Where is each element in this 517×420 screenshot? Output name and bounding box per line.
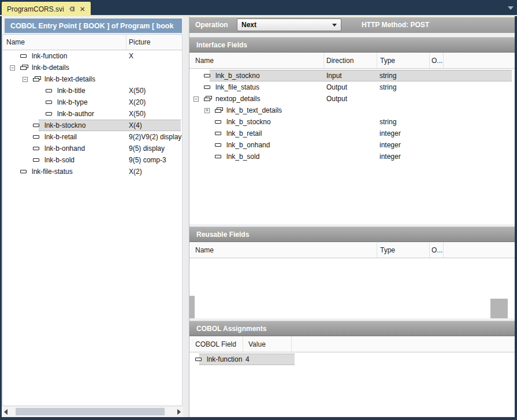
expand-toggle-icon[interactable]: − bbox=[10, 65, 15, 70]
tree-item-label: lnk_b_stockno bbox=[226, 118, 271, 126]
close-icon[interactable]: ✕ bbox=[80, 6, 85, 13]
group-field-icon bbox=[214, 107, 224, 114]
http-method-label: HTTP Method: POST bbox=[362, 21, 429, 29]
column-header-type[interactable]: Type bbox=[377, 242, 430, 258]
cell-type: string bbox=[377, 118, 430, 126]
group-field-icon bbox=[32, 76, 42, 83]
tree-cell-name: lnk-function bbox=[8, 52, 127, 60]
tree-row[interactable]: lnk-b-sold 9(5) comp-3 bbox=[3, 154, 182, 166]
tree-cell-name: lnk-b-author bbox=[8, 110, 127, 118]
cell-direction: Output bbox=[324, 95, 377, 103]
tree-item-label: lnk-function bbox=[207, 355, 242, 363]
tree-row[interactable]: − nextop_details Output bbox=[189, 93, 515, 105]
scrollbar-thumb[interactable] bbox=[16, 408, 165, 415]
horizontal-scrollbar[interactable] bbox=[2, 407, 183, 417]
tree-row[interactable]: lnk_b_onhand integer bbox=[189, 139, 515, 151]
column-header-filler bbox=[444, 242, 515, 258]
tree-row[interactable]: lnk-function X bbox=[3, 50, 182, 62]
tree-row[interactable]: lnk-b-title X(50) bbox=[3, 85, 182, 96]
column-header-occurs[interactable]: O... bbox=[430, 53, 444, 68]
tree-item-label: lnk-file-status bbox=[32, 168, 73, 176]
tree-row[interactable]: lnk-b-type X(20) bbox=[3, 96, 182, 108]
field-icon bbox=[20, 169, 29, 175]
cell-picture: 9(5) comp-3 bbox=[127, 156, 182, 164]
tree-row[interactable]: + lnk_b_text_details bbox=[189, 105, 515, 116]
tab-title: ProgramCORS.svi bbox=[7, 5, 64, 13]
panel-title: COBOL Entry Point [ BOOK ] of Program [ … bbox=[5, 18, 182, 33]
tree-row[interactable]: lnk-file-status X(2) bbox=[3, 166, 182, 177]
tree-row[interactable]: lnk_b_retail integer bbox=[189, 128, 515, 139]
tree-cell-name: lnk_b_sold bbox=[191, 153, 324, 161]
tree-row[interactable]: lnk-b-onhand 9(5) display bbox=[3, 143, 182, 154]
operation-bar: Operation Next HTTP Method: POST bbox=[189, 17, 515, 33]
field-icon bbox=[32, 146, 42, 152]
scroll-left-icon[interactable] bbox=[4, 409, 8, 415]
column-header-picture[interactable]: Picture bbox=[127, 35, 182, 50]
scrollbar-stub bbox=[189, 296, 195, 318]
tree-item-label: lnk_b_retail bbox=[226, 129, 262, 137]
column-header-cobol-field[interactable]: COBOL Field bbox=[189, 336, 243, 352]
column-header-name[interactable]: Name bbox=[189, 242, 377, 258]
column-header-occurs[interactable]: O... bbox=[430, 242, 444, 258]
tree-row[interactable]: lnk_b_stockno string bbox=[189, 116, 515, 128]
tree-item-label: lnk_b_text_details bbox=[226, 106, 282, 114]
tree-row[interactable]: − lnk-b-text-details bbox=[3, 73, 182, 85]
column-header-name[interactable]: Name bbox=[189, 53, 324, 68]
tree-cell-name: − nextop_details bbox=[191, 95, 324, 103]
scroll-right-icon[interactable] bbox=[177, 409, 181, 415]
interface-fields-tree: lnk_b_stockno Inputstring lnk_file_statu… bbox=[189, 69, 515, 224]
cell-picture: 9(2)V9(2) display bbox=[127, 133, 182, 141]
field-icon bbox=[214, 154, 224, 160]
document-tab[interactable]: ProgramCORS.svi ✕ bbox=[2, 2, 91, 16]
column-header-filler bbox=[444, 53, 515, 68]
tree-row[interactable]: lnk-b-stockno X(4) bbox=[3, 120, 182, 131]
tree-row[interactable]: lnk_b_sold integer bbox=[189, 151, 515, 162]
operation-select[interactable]: Next bbox=[237, 18, 341, 31]
column-header-type[interactable]: Type bbox=[377, 53, 430, 68]
tree-row[interactable]: lnk-function 4 bbox=[189, 354, 515, 365]
column-header-direction[interactable]: Direction bbox=[324, 53, 377, 68]
interface-fields-title: Interface Fields bbox=[189, 37, 515, 53]
tree-cell-name: lnk_b_onhand bbox=[191, 141, 324, 149]
tree-row[interactable]: lnk-b-retail 9(2)V9(2) display bbox=[3, 131, 182, 143]
pin-icon[interactable] bbox=[69, 6, 75, 12]
chevron-down-icon[interactable] bbox=[508, 6, 514, 10]
field-icon bbox=[32, 122, 42, 129]
column-header-name[interactable]: Name bbox=[3, 35, 127, 50]
field-icon bbox=[20, 53, 29, 60]
tree-indent bbox=[10, 148, 23, 149]
tree-row[interactable]: lnk_b_stockno Inputstring bbox=[189, 70, 515, 81]
tree-item-label: lnk-b-details bbox=[32, 64, 69, 72]
application-window: ProgramCORS.svi ✕ COBOL Entry Point [ BO… bbox=[0, 0, 517, 420]
tree-row[interactable]: lnk_file_status Outputstring bbox=[189, 81, 515, 93]
tree-cell-name: lnk_b_retail bbox=[191, 129, 324, 137]
group-field-icon bbox=[20, 65, 29, 71]
field-icon bbox=[45, 88, 54, 94]
tree-cell-name: lnk_b_stockno bbox=[191, 118, 324, 126]
tree-row[interactable]: lnk-b-author X(50) bbox=[3, 108, 182, 120]
operation-selected-value: Next bbox=[241, 21, 256, 29]
tree-row[interactable]: − lnk-b-details bbox=[3, 62, 182, 73]
panel-splitter[interactable] bbox=[183, 16, 189, 417]
expand-toggle-icon[interactable]: − bbox=[23, 77, 28, 82]
field-icon bbox=[214, 119, 224, 125]
group-field-icon bbox=[203, 96, 213, 102]
tree-indent bbox=[194, 157, 204, 157]
field-icon bbox=[32, 134, 42, 140]
operation-label: Operation bbox=[195, 21, 228, 29]
cell-picture: X(50) bbox=[127, 87, 182, 95]
tree-item-label: lnk_b_sold bbox=[226, 153, 259, 161]
expand-toggle-icon[interactable]: + bbox=[204, 108, 210, 113]
tree-indent bbox=[10, 160, 23, 161]
cell-type: integer bbox=[377, 141, 430, 149]
tree-cell-name: − lnk-b-text-details bbox=[8, 75, 127, 83]
tree-indent bbox=[10, 91, 35, 91]
tree-item-label: lnk-b-retail bbox=[44, 133, 77, 141]
tree-cell-name: lnk-b-stockno bbox=[8, 121, 127, 129]
tree-item-label: lnk_b_stockno bbox=[215, 72, 260, 80]
expand-toggle-icon[interactable]: − bbox=[194, 96, 199, 102]
tree-indent bbox=[10, 137, 23, 137]
column-header-value[interactable]: Value bbox=[243, 336, 292, 352]
scrollbar-track[interactable] bbox=[11, 408, 174, 415]
column-header-row: Name Direction Type O... bbox=[189, 53, 515, 69]
